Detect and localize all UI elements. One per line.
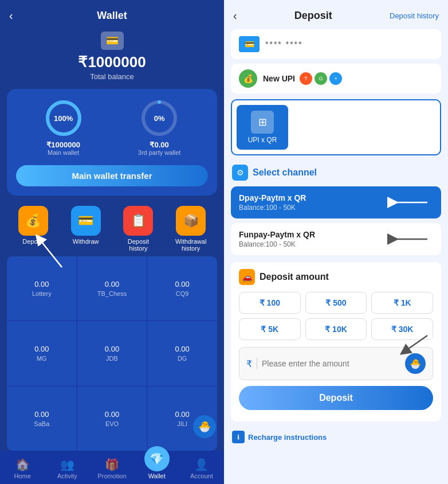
game-evo[interactable]: 0.00 EVO	[77, 387, 147, 451]
right-page-title: Deposit	[294, 10, 332, 22]
deposit-button[interactable]: Deposit	[239, 386, 433, 410]
card-number: **** ****	[265, 40, 302, 49]
left-back-button[interactable]: ‹	[9, 9, 13, 22]
chat-button-right[interactable]: 🐣	[405, 353, 426, 374]
withdraw-icon: 💳	[71, 206, 101, 236]
deposit-amount-title: Deposit amount	[260, 272, 329, 282]
funpay-channel-option[interactable]: Funpay-Paytm x QR Balance:100 - 50K	[231, 223, 441, 255]
recharge-section: ℹ Recharge instructions	[224, 426, 448, 448]
third-party-amount: ₹0.00	[150, 140, 168, 149]
wallet-nav-icon: 💎	[144, 446, 170, 471]
right-panel: ‹ Deposit Deposit history 💳 **** **** 💰 …	[224, 0, 448, 484]
circles-row: 100% ₹1000000 Main wallet 0% ₹0.00 3rd p…	[16, 98, 208, 156]
chat-bubble-left[interactable]: 🐣	[193, 415, 216, 438]
amount-chip-500[interactable]: ₹ 500	[305, 292, 367, 314]
right-header: ‹ Deposit Deposit history	[224, 0, 448, 27]
input-divider	[257, 358, 257, 369]
funpay-channel-name: Funpay-Paytm x QR	[239, 230, 315, 239]
deposit-amount-header: 🚗 Deposit amount	[239, 269, 433, 285]
recharge-label: Recharge instructions	[248, 433, 327, 442]
third-party-circle: 0%	[139, 98, 179, 138]
game-cq9[interactable]: 0.00 CQ9	[147, 256, 217, 321]
wallet-icon-area: 💳 ₹1000000 Total balance	[0, 27, 224, 83]
deposit-history-icon: 📋	[123, 206, 153, 236]
card-icon: 💳	[239, 36, 260, 52]
withdrawal-history-action-button[interactable]: 📦 Withdrawal history	[168, 206, 214, 252]
tm-icon: T	[300, 72, 312, 85]
balance-card: 100% ₹1000000 Main wallet 0% ₹0.00 3rd p…	[7, 89, 217, 196]
withdrawal-history-label: Withdrawal history	[175, 238, 206, 252]
withdraw-action-button[interactable]: 💳 Withdraw	[63, 206, 109, 252]
upi-qr-button[interactable]: ⊞ UPI x QR	[237, 105, 288, 150]
nav-home[interactable]: 🏠 Home	[0, 455, 45, 482]
activity-label: Activity	[57, 473, 77, 479]
game-mg[interactable]: 0.00 MG	[7, 321, 77, 385]
third-party-circle-item: 0% ₹0.00 3rd party wallet	[138, 98, 181, 156]
activity-icon: 👥	[60, 458, 74, 471]
main-wallet-circle: 100%	[44, 98, 84, 138]
game-lottery[interactable]: 0.00 Lottery	[7, 256, 77, 321]
channel-icon: ⚙	[232, 165, 248, 181]
wallet-icon: 💳	[101, 32, 124, 50]
left-bottom-nav: 🏠 Home 👥 Activity 🎁 Promotion 💎 Wallet 👤…	[0, 451, 224, 484]
game-jdb[interactable]: 0.00 JDB	[77, 321, 147, 385]
transfer-button[interactable]: Main wallet transfer	[16, 165, 208, 186]
amount-chip-100[interactable]: ₹ 100	[239, 292, 301, 314]
home-label: Home	[14, 473, 30, 479]
funpay-arrow	[387, 232, 433, 246]
dpay-channel-option[interactable]: Dpay-Paytm x QR Balance:100 - 50K	[231, 186, 441, 218]
upi-qr-selected-box[interactable]: ⊞ UPI x QR	[231, 99, 441, 155]
nav-activity[interactable]: 👥 Activity	[45, 455, 89, 482]
upi-qr-label: UPI x QR	[248, 136, 277, 144]
amount-chip-5k[interactable]: ₹ 5K	[239, 318, 301, 340]
upi-icons-row: T G +	[300, 72, 342, 85]
new-upi-option[interactable]: 💰 New UPI T G +	[231, 64, 441, 93]
card-row[interactable]: 💳 **** ****	[231, 29, 441, 59]
dpay-channel-name: Dpay-Paytm x QR	[239, 193, 306, 202]
game-dg[interactable]: 0.00 DG	[147, 321, 217, 385]
third-party-label: 3rd party wallet	[138, 149, 181, 156]
new-upi-label: New UPI	[263, 74, 295, 83]
deposit-icon: 💰	[18, 206, 48, 236]
main-wallet-circle-item: 100% ₹1000000 Main wallet	[44, 98, 84, 156]
right-back-button[interactable]: ‹	[233, 9, 237, 22]
account-icon: 👤	[194, 458, 209, 471]
deposit-history-link[interactable]: Deposit history	[390, 11, 439, 20]
nav-wallet[interactable]: 💎 Wallet	[135, 455, 179, 482]
amount-chips: ₹ 100 ₹ 500 ₹ 1K ₹ 5K ₹ 10K ₹ 30K	[239, 292, 433, 340]
nav-promotion[interactable]: 🎁 Promotion	[89, 455, 134, 482]
amount-chip-10k[interactable]: ₹ 10K	[305, 318, 367, 340]
deposit-history-action-button[interactable]: 📋 Deposit history	[115, 206, 161, 252]
third-party-pct: 0%	[154, 114, 165, 123]
total-balance-label: Total balance	[90, 72, 134, 81]
amount-input[interactable]	[262, 359, 405, 368]
promotion-label: Promotion	[97, 473, 126, 479]
recharge-icon: ℹ	[232, 431, 245, 443]
promotion-icon: 🎁	[105, 458, 119, 471]
game-saba[interactable]: 0.00 SaBa	[7, 387, 77, 451]
dpay-arrow	[387, 196, 433, 209]
game-tb-chess[interactable]: 0.00 TB_Chess	[77, 256, 147, 321]
home-icon: 🏠	[15, 458, 30, 471]
action-buttons: 💰 Deposit 💳 Withdraw 📋 Deposit history 📦…	[0, 201, 224, 256]
account-label: Account	[190, 473, 213, 479]
amount-input-row: ₹ 🐣	[239, 347, 433, 380]
amount-chip-30k[interactable]: ₹ 30K	[371, 318, 433, 340]
main-wallet-amount: ₹1000000	[46, 140, 80, 149]
rupee-prefix: ₹	[246, 358, 252, 369]
select-channel-title: Select channel	[253, 167, 317, 178]
deposit-action-button[interactable]: 💰 Deposit	[10, 206, 56, 252]
wallet-nav-label: Wallet	[148, 473, 166, 479]
main-wallet-label: Main wallet	[48, 149, 79, 156]
games-grid: 0.00 Lottery 0.00 TB_Chess 0.00 CQ9 0.00…	[7, 256, 217, 451]
nav-account[interactable]: 👤 Account	[179, 455, 224, 482]
upi-icon: 💰	[239, 69, 257, 88]
dpay-channel-balance: Balance:100 - 50K	[239, 204, 306, 212]
amount-chip-1k[interactable]: ₹ 1K	[371, 292, 433, 314]
deposit-amount-section: 🚗 Deposit amount ₹ 100 ₹ 500 ₹ 1K ₹ 5K ₹…	[231, 262, 441, 421]
deposit-amount-icon: 🚗	[239, 269, 255, 285]
funpay-channel-balance: Balance:100 - 50K	[239, 240, 315, 248]
withdraw-label: Withdraw	[73, 238, 99, 245]
gpay-icon: G	[315, 72, 327, 85]
left-panel: ‹ Wallet 💳 ₹1000000 Total balance 100% ₹…	[0, 0, 224, 484]
